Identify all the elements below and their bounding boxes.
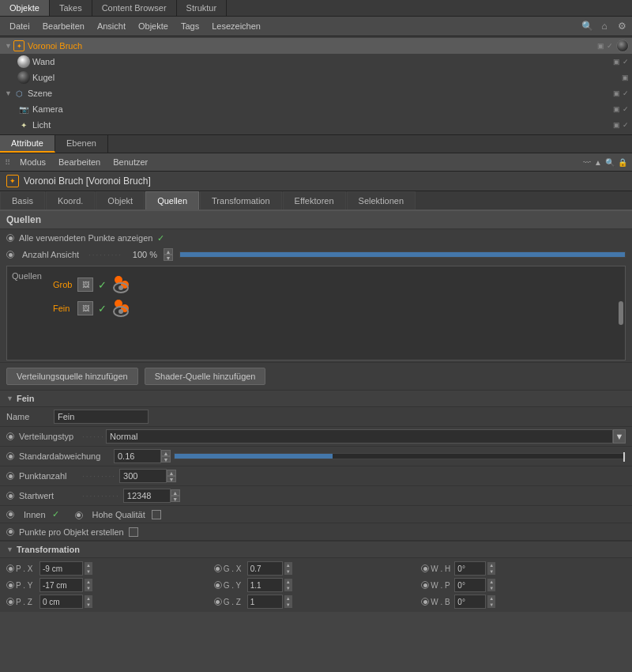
- wp-input[interactable]: [454, 578, 486, 592]
- radio-py[interactable]: [6, 581, 14, 589]
- grob-label: Grob: [53, 280, 73, 289]
- tab-objekte[interactable]: Objekte: [0, 0, 50, 16]
- wh-spinner[interactable]: ▲ ▼: [487, 562, 495, 575]
- radio-pz[interactable]: [6, 598, 14, 606]
- add-verteilung-button[interactable]: Verteilungsquelle hinzufügen: [6, 368, 138, 385]
- menu-tags[interactable]: Tags: [175, 20, 205, 32]
- add-shader-button[interactable]: Shader-Quelle hinzufügen: [145, 368, 266, 385]
- grob-img-icon[interactable]: 🖼: [77, 277, 93, 292]
- radio-innen[interactable]: [6, 511, 14, 519]
- punkte-checkbox[interactable]: [129, 527, 138, 537]
- name-input[interactable]: [54, 410, 149, 424]
- gy-input[interactable]: [247, 578, 283, 592]
- scroll-handle[interactable]: [619, 301, 623, 325]
- pz-input[interactable]: [40, 595, 83, 609]
- transformation-section-collapse[interactable]: ▼ Transformation: [0, 541, 632, 558]
- tab-koord[interactable]: Koord.: [46, 191, 95, 210]
- pz-spinner[interactable]: ▲ ▼: [85, 595, 92, 608]
- tool-bearbeiten[interactable]: Bearbeiten: [55, 156, 103, 168]
- startwert-input[interactable]: [123, 489, 171, 503]
- tab-takes[interactable]: Takes: [50, 0, 92, 16]
- expand-icon[interactable]: ▼: [5, 42, 13, 50]
- py-spinner[interactable]: ▲ ▼: [85, 579, 92, 591]
- tab-ebenen[interactable]: Ebenen: [55, 135, 108, 153]
- px-input[interactable]: [40, 561, 83, 576]
- radio-punktanzahl[interactable]: [6, 472, 14, 480]
- gz-spinner[interactable]: ▲ ▼: [284, 595, 292, 608]
- radio-gx[interactable]: [214, 564, 222, 572]
- radio-anzahl[interactable]: [6, 251, 14, 259]
- list-item[interactable]: ▼ ✦ Voronoi Bruch ▣ ✓: [0, 38, 632, 54]
- list-item[interactable]: Kugel ▣: [0, 70, 632, 85]
- anzahl-spinner[interactable]: ▲ ▼: [164, 248, 173, 261]
- attr-icon-lock[interactable]: 🔒: [618, 158, 627, 167]
- menu-ansicht[interactable]: Ansicht: [91, 20, 132, 32]
- list-item[interactable]: ✦ Licht ▣ ✓: [0, 117, 632, 133]
- anzahl-row: Anzahl Ansicht ········· 100 % ▲ ▼: [0, 247, 632, 262]
- quellen-box-row: Quellen Grob 🖼 ✓: [0, 264, 632, 362]
- settings-icon[interactable]: ⚙: [615, 19, 629, 33]
- expand-icon[interactable]: ▼: [5, 89, 13, 97]
- hohe-qualitat-checkbox[interactable]: [152, 510, 161, 519]
- radio-standardabweichung[interactable]: [6, 452, 14, 460]
- menu-objekte[interactable]: Objekte: [132, 20, 175, 32]
- verteilungstyp-select[interactable]: Normal: [106, 429, 613, 444]
- attr-icon-search[interactable]: 🔍: [605, 158, 615, 167]
- list-item[interactable]: 📷 Kamera ▣ ✓: [0, 101, 632, 117]
- attr-icon-1[interactable]: 〰: [583, 158, 591, 167]
- punktanzahl-input[interactable]: [119, 469, 167, 483]
- radio-gy[interactable]: [214, 581, 222, 589]
- radio-verteilungstyp[interactable]: [6, 432, 14, 440]
- wb-spinner[interactable]: ▲ ▼: [487, 595, 495, 608]
- grob-eye-container[interactable]: [113, 276, 135, 293]
- tab-effektoren[interactable]: Effektoren: [283, 191, 346, 210]
- gx-spinner[interactable]: ▲ ▼: [284, 562, 292, 575]
- wb-input[interactable]: [454, 595, 486, 609]
- py-input[interactable]: [40, 578, 83, 592]
- menu-datei[interactable]: Datei: [3, 20, 36, 32]
- verteilungstyp-dropdown[interactable]: ▼: [613, 429, 626, 444]
- radio-wh[interactable]: [421, 564, 429, 572]
- radio-gz[interactable]: [214, 598, 222, 606]
- gy-spinner[interactable]: ▲ ▼: [284, 579, 292, 591]
- px-spinner[interactable]: ▲ ▼: [85, 562, 92, 575]
- search-icon[interactable]: 🔍: [580, 19, 594, 33]
- radio-px[interactable]: [6, 564, 14, 572]
- tool-benutzer[interactable]: Benutzer: [110, 156, 151, 168]
- quellen-fein-row: Fein 🖼 ✓: [53, 300, 619, 317]
- gz-input[interactable]: [247, 595, 283, 609]
- menu-lesezeichen[interactable]: Lesezeichen: [205, 20, 267, 32]
- tab-content-browser[interactable]: Content Browser: [92, 0, 177, 16]
- radio-alle-punkte[interactable]: [6, 234, 14, 242]
- attr-icon-triangle[interactable]: ▲: [594, 158, 602, 167]
- tab-objekt[interactable]: Objekt: [96, 191, 145, 210]
- stdabw-spinner[interactable]: ▲ ▼: [161, 450, 171, 462]
- home-icon[interactable]: ⌂: [597, 19, 611, 33]
- fein-eye-container[interactable]: [113, 300, 135, 317]
- tab-selektionen[interactable]: Selektionen: [347, 191, 416, 210]
- radio-punkte-pro-objekt[interactable]: [6, 528, 14, 536]
- tab-attribute[interactable]: Attribute: [0, 135, 55, 153]
- radio-wp[interactable]: [421, 581, 429, 589]
- punktanzahl-spinner[interactable]: ▲ ▼: [167, 470, 176, 482]
- startwert-spinner[interactable]: ▲ ▼: [171, 489, 180, 502]
- radio-startwert[interactable]: [6, 492, 14, 500]
- wh-input[interactable]: [454, 561, 486, 576]
- fein-collapse-arrow: ▼: [6, 395, 13, 402]
- gx-input[interactable]: [247, 561, 283, 576]
- tab-transformation[interactable]: Transformation: [200, 191, 282, 210]
- tab-basis[interactable]: Basis: [0, 191, 45, 210]
- fein-section-collapse[interactable]: ▼ Fein: [0, 390, 632, 407]
- radio-wb[interactable]: [421, 598, 429, 606]
- standardabweichung-input[interactable]: [114, 449, 161, 463]
- hohe-qualitat-radio[interactable]: [75, 509, 86, 519]
- grob-check: ✓: [98, 279, 107, 291]
- wp-spinner[interactable]: ▲ ▼: [487, 579, 495, 591]
- tool-modus[interactable]: Modus: [17, 156, 49, 168]
- list-item[interactable]: ▼ ⬡ Szene ▣ ✓: [0, 85, 632, 101]
- list-item[interactable]: Wand ▣ ✓: [0, 54, 632, 70]
- tab-quellen[interactable]: Quellen: [145, 191, 199, 210]
- tab-struktur[interactable]: Struktur: [177, 0, 228, 16]
- fein-img-icon[interactable]: 🖼: [77, 301, 93, 315]
- menu-bearbeiten[interactable]: Bearbeiten: [36, 20, 91, 32]
